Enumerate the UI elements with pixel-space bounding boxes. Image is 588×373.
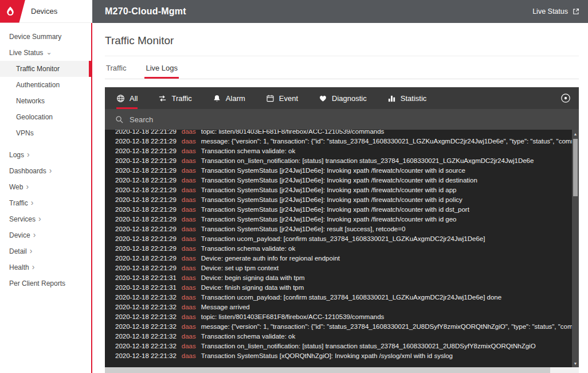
flame-logo-icon [0, 0, 25, 23]
sidebar-item[interactable]: Device Summary ⌄ › [0, 29, 91, 45]
sidebar-item[interactable]: Logs ⌄ › [0, 147, 91, 163]
tab-traffic[interactable]: Traffic [105, 56, 127, 79]
log-message: Transaction on_listen_notification: [sta… [201, 157, 534, 164]
globe-icon [116, 94, 125, 103]
log-time: 2020-12-18 22:21:29 [115, 265, 177, 271]
log-row: 2020-12-18 22:21:29daasDevice: set up tp… [115, 263, 572, 273]
log-source: daas [182, 147, 196, 154]
sidebar-item-label: Logs [9, 151, 24, 159]
log-source: daas [182, 187, 196, 193]
log-time: 2020-12-18 22:21:29 [115, 147, 177, 154]
sidebar-item[interactable]: Geolocation ⌄ › [0, 109, 91, 125]
log-source: daas [182, 235, 196, 242]
filter-label: Statistic [401, 94, 427, 103]
chevron-down-icon: ⌄ [46, 49, 52, 56]
sidebar-item[interactable]: Per Client Reports ⌄ › [0, 275, 91, 292]
vertical-scrollbar[interactable]: ▲ ▼ [572, 130, 579, 367]
log-message: Transaction SystemStatus [jr24Jwj1De6e]:… [201, 187, 457, 193]
log-row: 2020-12-18 22:21:31daasDevice: begin sig… [115, 273, 572, 283]
filter-traffic[interactable]: Traffic [158, 87, 191, 109]
chevron-right-icon: › [33, 231, 36, 239]
log-message: Transaction schema validate: ok [201, 333, 296, 340]
sidebar-item[interactable]: Traffic ⌄ › [0, 195, 91, 211]
log-row: 2020-12-18 22:21:29daasTransaction schem… [115, 146, 572, 156]
sidebar-item-label: Health [9, 263, 29, 271]
title-bar: M270-Cloud-Mgmt Live Status [92, 0, 588, 23]
filter-label: Diagnostic [332, 94, 367, 103]
sidebar-item[interactable]: Traffic Monitor ⌄ › [0, 61, 91, 77]
vertical-scroll-thumb[interactable] [573, 139, 578, 196]
external-link-icon [572, 7, 580, 15]
log-time: 2020-12-18 22:21:29 [115, 235, 177, 242]
filter-diagnostic[interactable]: Diagnostic [319, 87, 367, 109]
log-time: 2020-12-18 22:21:32 [115, 313, 177, 320]
log-time: 2020-12-18 22:21:29 [115, 216, 177, 223]
tab-live-logs[interactable]: Live Logs [144, 56, 179, 79]
log-row: 2020-12-18 22:21:29daasTransaction Syste… [115, 195, 572, 205]
log-source: daas [182, 157, 196, 164]
log-message: Device: generate auth info for regional … [201, 255, 340, 262]
sidebar-item[interactable]: Live Status ⌄ › [0, 45, 91, 61]
filter-event[interactable]: Event [266, 87, 298, 109]
horizontal-scrollbar[interactable] [105, 367, 579, 373]
sidebar-item[interactable]: Device ⌄ › [0, 227, 91, 243]
bell-icon [213, 94, 221, 103]
log-source: daas [182, 343, 196, 349]
log-source: daas [182, 274, 196, 281]
content-area: Traffic Monitor Traffic Live Logs All [92, 23, 588, 373]
log-row: 2020-12-18 22:21:32daasTransaction on_li… [115, 341, 572, 351]
log-message: topic: listen/801403EF681F8/firebox/ACC-… [201, 313, 385, 320]
log-time: 2020-12-18 22:21:32 [115, 343, 177, 349]
sidebar-item[interactable]: Authentication ⌄ › [0, 77, 91, 93]
sidebar-item[interactable]: Detail ⌄ › [0, 243, 91, 259]
sidebar-item[interactable]: VPNs ⌄ › [0, 125, 91, 141]
log-message: Device: begin signing data with tpm [201, 274, 305, 281]
sidebar-item[interactable]: Web ⌄ › [0, 179, 91, 195]
sidebar-item-label: Web [9, 183, 23, 191]
live-view-toggle-button[interactable] [560, 87, 571, 109]
log-row: 2020-12-18 22:21:32daasMessage arrived [115, 302, 572, 312]
chevron-right-icon: › [27, 150, 30, 158]
filter-label: Traffic [171, 94, 191, 103]
sidebar-item-label: Detail [9, 247, 27, 255]
filter-statistic[interactable]: Statistic [387, 87, 427, 109]
log-message: Device: set up tpm context [201, 265, 279, 271]
log-source: daas [182, 352, 196, 359]
chevron-right-icon: › [31, 199, 34, 207]
log-row: 2020-12-18 22:21:29daasTransaction Syste… [115, 224, 572, 234]
log-source: daas [182, 255, 196, 262]
log-time: 2020-12-18 22:21:29 [115, 177, 177, 184]
log-source: daas [182, 206, 196, 213]
sidebar-item-label: Authentication [16, 81, 60, 89]
log-message: Transaction schema validate: ok [201, 147, 296, 154]
live-status-link[interactable]: Live Status [532, 7, 580, 15]
log-row: 2020-12-18 22:21:29daasTransaction Syste… [115, 185, 572, 195]
sidebar-item-label: Live Status [9, 49, 43, 57]
sidebar-item-label: Traffic [9, 199, 28, 207]
log-message: Transaction SystemStatus [jr24Jwj1De6e]:… [201, 206, 469, 213]
log-message: message: {"version": 1, "transaction": {… [201, 323, 572, 330]
sidebar-item[interactable]: Health ⌄ › [0, 259, 91, 275]
scroll-down-arrow[interactable]: ▼ [572, 359, 579, 367]
log-source: daas [182, 313, 196, 320]
sidebar-item[interactable]: Networks ⌄ › [0, 93, 91, 109]
log-filter-toolbar: All Traffic Alarm [105, 87, 579, 109]
log-source: daas [182, 138, 196, 145]
log-source: daas [182, 304, 196, 310]
sidebar-item[interactable]: Services ⌄ › [0, 211, 91, 227]
sidebar-item[interactable]: Dashboards ⌄ › [0, 163, 91, 179]
sidebar-item-label: Device [9, 231, 30, 239]
log-message: Transaction SystemStatus [jr24Jwj1De6e]:… [201, 196, 462, 203]
scroll-up-arrow[interactable]: ▲ [572, 130, 579, 138]
filter-alarm[interactable]: Alarm [213, 87, 245, 109]
log-message: Transaction SystemStatus [jr24Jwj1De6e]:… [201, 226, 406, 232]
log-time: 2020-12-18 22:21:29 [115, 157, 177, 164]
horizontal-scroll-thumb[interactable] [105, 367, 550, 373]
filter-all[interactable]: All [116, 87, 138, 109]
page-title-row: Traffic Monitor [105, 34, 579, 56]
search-input[interactable] [130, 115, 579, 124]
log-message: Transaction on_listen_notification: [sta… [201, 343, 536, 349]
log-source: daas [182, 226, 196, 232]
heart-icon [319, 94, 327, 103]
log-message: Transaction SystemStatus [jr24Jwj1De6e]:… [201, 216, 457, 223]
